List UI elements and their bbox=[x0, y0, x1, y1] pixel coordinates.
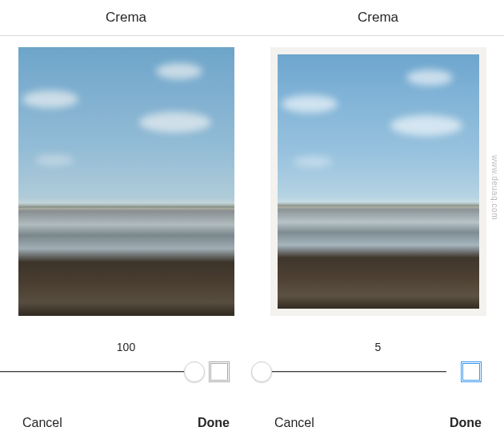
header-left: Crema bbox=[0, 0, 252, 35]
cancel-button[interactable]: Cancel bbox=[22, 416, 62, 430]
intensity-slider[interactable] bbox=[0, 361, 194, 382]
filter-name-label: Crema bbox=[106, 10, 146, 26]
preview-area-right bbox=[252, 35, 504, 323]
slider-value-label: 5 bbox=[375, 341, 382, 353]
watermark-text: www.deuaq.com bbox=[490, 155, 499, 220]
frame-toggle[interactable] bbox=[209, 361, 230, 382]
slider-thumb[interactable] bbox=[251, 361, 272, 382]
slider-value-label: 100 bbox=[117, 341, 135, 353]
header-right: Crema bbox=[252, 0, 504, 35]
filter-pane-right: Crema 5 bbox=[252, 0, 504, 447]
photo-preview bbox=[278, 54, 479, 309]
done-button[interactable]: Done bbox=[198, 416, 230, 430]
slider-thumb[interactable] bbox=[184, 361, 205, 382]
cancel-button[interactable]: Cancel bbox=[274, 416, 314, 430]
filter-pane-left: Crema 100 bbox=[0, 0, 252, 447]
slider-row bbox=[0, 361, 252, 382]
frame-toggle[interactable] bbox=[461, 361, 482, 382]
footer-right: Cancel Done bbox=[252, 399, 504, 447]
preview-area-left bbox=[0, 35, 252, 323]
split-container: Crema 100 bbox=[0, 0, 504, 447]
filter-name-label: Crema bbox=[358, 10, 398, 26]
slider-area-right: 5 bbox=[252, 323, 504, 399]
header-divider bbox=[0, 35, 504, 36]
photo-preview bbox=[18, 47, 234, 316]
slider-row bbox=[252, 361, 504, 382]
photo-container bbox=[18, 47, 234, 316]
slider-area-left: 100 bbox=[0, 323, 252, 399]
intensity-slider[interactable] bbox=[252, 361, 446, 382]
footer-left: Cancel Done bbox=[0, 399, 252, 447]
done-button[interactable]: Done bbox=[450, 416, 482, 430]
photo-container-framed bbox=[270, 47, 486, 316]
